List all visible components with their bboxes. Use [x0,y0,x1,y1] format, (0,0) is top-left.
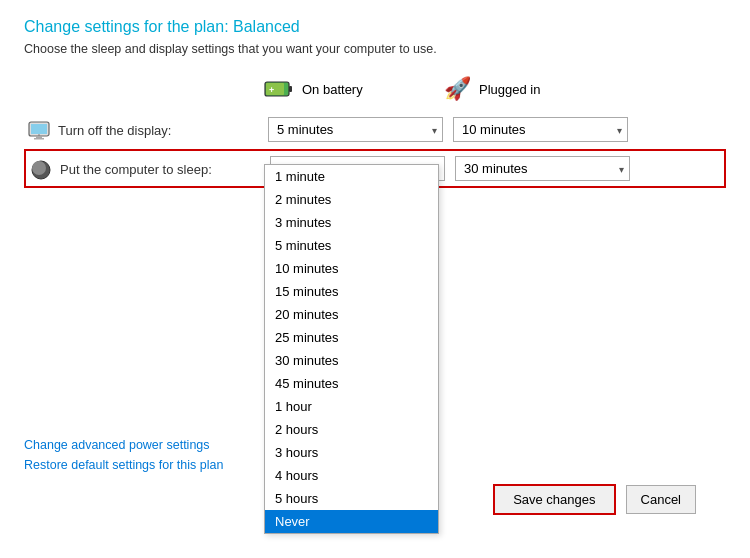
page-title: Change settings for the plan: Balanced [24,18,726,36]
dropdown-item-2hours[interactable]: 2 hours [265,418,438,441]
monitor-icon [28,120,50,142]
dropdown-item-1minute[interactable]: 1 minute [265,165,438,188]
dropdown-item-30minutes[interactable]: 30 minutes [265,349,438,372]
display-row: Turn off the display: 1 minute 2 minutes… [24,112,726,147]
sleep-row-label: Put the computer to sleep: [60,162,212,177]
battery-icon: + [264,79,294,99]
dropdown-item-3hours[interactable]: 3 hours [265,441,438,464]
svg-rect-5 [31,124,47,134]
sleep-plugged-select[interactable]: 1 minute 2 minutes 3 minutes 5 minutes 1… [455,156,630,181]
dropdown-item-4hours[interactable]: 4 hours [265,464,438,487]
battery-label: On battery [302,82,363,97]
dropdown-item-1hour[interactable]: 1 hour [265,395,438,418]
cancel-button[interactable]: Cancel [626,485,696,514]
dropdown-item-5minutes[interactable]: 5 minutes [265,234,438,257]
save-changes-button[interactable]: Save changes [493,484,615,515]
plugged-column-header: 🚀 Plugged in [444,76,624,102]
dropdown-item-15minutes[interactable]: 15 minutes [265,280,438,303]
svg-point-10 [32,161,46,175]
svg-text:+: + [269,85,274,95]
svg-rect-7 [34,138,44,140]
svg-rect-6 [36,136,42,138]
svg-rect-2 [289,86,292,92]
dropdown-item-3minutes[interactable]: 3 minutes [265,211,438,234]
display-battery-select-wrapper[interactable]: 1 minute 2 minutes 3 minutes 5 minutes 1… [268,117,443,142]
display-row-label: Turn off the display: [58,123,171,138]
dropdown-item-never[interactable]: Never [265,510,438,533]
display-plugged-select[interactable]: 1 minute 2 minutes 3 minutes 5 minutes 1… [453,117,628,142]
main-content: Turn off the display: 1 minute 2 minutes… [24,112,726,515]
display-row-label-container: Turn off the display: [28,118,268,142]
column-headers: + On battery 🚀 Plugged in [264,76,726,102]
sleep-row-label-container: Put the computer to sleep: [30,157,270,181]
dropdown-item-20minutes[interactable]: 20 minutes [265,303,438,326]
display-plugged-select-wrapper[interactable]: 1 minute 2 minutes 3 minutes 5 minutes 1… [453,117,628,142]
dropdown-item-2minutes[interactable]: 2 minutes [265,188,438,211]
dropdown-item-10minutes[interactable]: 10 minutes [265,257,438,280]
plugged-label: Plugged in [479,82,540,97]
battery-column-header: + On battery [264,79,444,99]
dropdown-item-5hours[interactable]: 5 hours [265,487,438,510]
dropdown-item-45minutes[interactable]: 45 minutes [265,372,438,395]
page-container: Change settings for the plan: Balanced C… [24,18,726,515]
sleep-battery-dropdown[interactable]: 1 minute 2 minutes 3 minutes 5 minutes 1… [264,164,439,534]
rocket-icon: 🚀 [444,76,471,102]
dropdown-item-25minutes[interactable]: 25 minutes [265,326,438,349]
subtitle: Choose the sleep and display settings th… [24,42,726,56]
display-battery-select[interactable]: 1 minute 2 minutes 3 minutes 5 minutes 1… [268,117,443,142]
sleep-plugged-select-wrapper[interactable]: 1 minute 2 minutes 3 minutes 5 minutes 1… [455,156,630,181]
sleep-icon [30,159,52,181]
svg-point-8 [38,134,40,136]
